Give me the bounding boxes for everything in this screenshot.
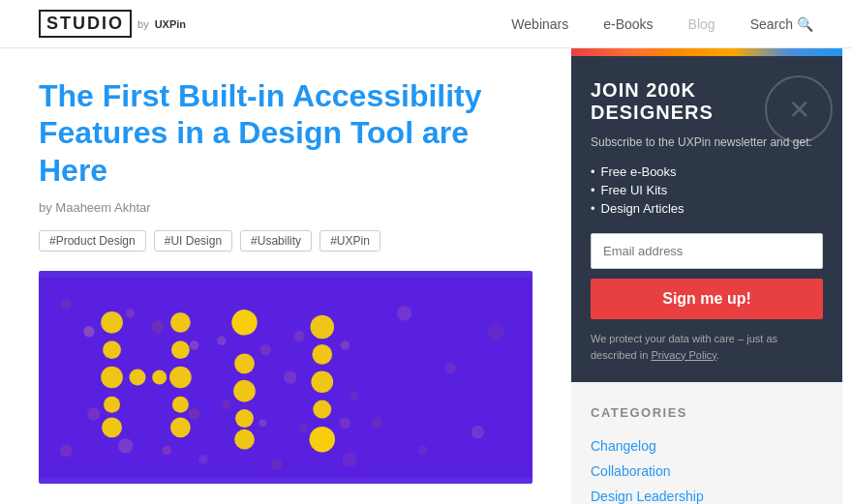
watermark-icon: ✕ (765, 75, 833, 143)
tag-usability[interactable]: #Usability (240, 230, 312, 252)
privacy-policy-link[interactable]: Privacy Policy (651, 349, 716, 361)
svg-point-14 (126, 309, 135, 317)
nav-webinars[interactable]: Webinars (511, 16, 568, 32)
svg-point-8 (170, 312, 191, 333)
logo-studio[interactable]: STUDIO (39, 10, 132, 38)
svg-point-9 (171, 341, 190, 359)
sidebar-stripe (571, 48, 842, 56)
svg-point-51 (343, 453, 357, 467)
benefit-ebooks: Free e-Books (591, 163, 823, 181)
svg-point-50 (271, 459, 282, 469)
svg-point-1 (101, 311, 123, 334)
svg-point-43 (444, 363, 455, 373)
svg-point-4 (104, 397, 120, 413)
sidebar: ✕ JOIN 200K DESIGNERS Subscribe to the U… (571, 48, 842, 504)
svg-point-27 (260, 344, 271, 355)
benefit-uikits: Free UI Kits (591, 181, 823, 199)
nav-ebooks[interactable]: e-Books (603, 16, 653, 32)
svg-point-47 (372, 418, 382, 429)
svg-point-44 (488, 323, 504, 340)
categories-title: CATEGORIES (591, 405, 823, 420)
svg-point-40 (350, 391, 358, 400)
svg-point-33 (313, 400, 331, 419)
svg-point-26 (217, 337, 226, 345)
svg-point-22 (234, 354, 255, 374)
svg-point-37 (299, 423, 308, 431)
article-author: by Maaheem Akhtar (39, 200, 532, 215)
svg-point-31 (312, 344, 332, 365)
svg-point-25 (234, 430, 255, 450)
svg-point-17 (87, 407, 100, 420)
svg-point-30 (311, 315, 335, 340)
svg-point-16 (190, 341, 198, 349)
svg-point-39 (284, 371, 296, 384)
search-icon: 🔍 (797, 16, 813, 32)
svg-point-5 (102, 418, 122, 438)
svg-point-46 (418, 446, 427, 455)
svg-point-7 (152, 371, 167, 385)
benefit-articles: Design Articles (591, 199, 823, 218)
article-image (39, 271, 532, 484)
svg-point-45 (472, 426, 484, 438)
svg-point-3 (101, 367, 123, 389)
nav-blog[interactable]: Blog (688, 16, 715, 32)
search-area[interactable]: Search 🔍 (750, 16, 813, 32)
svg-point-41 (61, 299, 72, 310)
svg-point-32 (311, 371, 333, 394)
category-collaboration[interactable]: Collaboration (591, 459, 823, 484)
tag-product-design[interactable]: #Product Design (39, 230, 146, 252)
search-label: Search (750, 16, 793, 32)
tags-container: #Product Design #UI Design #Usability #U… (39, 230, 532, 252)
svg-point-23 (233, 380, 256, 402)
svg-point-18 (189, 408, 199, 419)
svg-point-19 (118, 438, 133, 453)
svg-point-20 (163, 446, 171, 455)
svg-point-11 (172, 397, 189, 413)
privacy-note: We protect your data with care – just as… (591, 331, 823, 363)
category-design-leadership[interactable]: Design Leadership (591, 484, 823, 504)
categories-section: CATEGORIES Changelog Collaboration Desig… (571, 382, 842, 504)
category-changelog[interactable]: Changelog (591, 433, 823, 459)
svg-point-24 (235, 409, 254, 428)
svg-point-13 (83, 326, 94, 337)
svg-point-28 (222, 400, 230, 409)
header: STUDIO by UXPin Webinars e-Books Blog Se… (0, 0, 852, 48)
article-title: The First Built-in Accessibility Feature… (39, 77, 532, 189)
svg-point-6 (130, 370, 146, 386)
svg-point-29 (259, 420, 267, 428)
main-nav: Webinars e-Books Blog Search 🔍 (511, 16, 813, 32)
svg-point-10 (169, 367, 192, 389)
newsletter-box: ✕ JOIN 200K DESIGNERS Subscribe to the U… (571, 56, 842, 382)
main-content: The First Built-in Accessibility Feature… (0, 48, 571, 504)
svg-point-48 (60, 444, 73, 457)
tag-uxpin[interactable]: #UXPin (320, 230, 380, 252)
logo-by: by (137, 18, 149, 30)
email-input[interactable] (591, 233, 823, 269)
svg-point-49 (198, 455, 207, 463)
svg-point-38 (340, 418, 350, 429)
svg-point-36 (341, 341, 350, 349)
svg-point-34 (310, 427, 335, 452)
svg-point-35 (294, 331, 305, 341)
logo-area: STUDIO by UXPin (39, 10, 186, 38)
content-area: The First Built-in Accessibility Feature… (0, 48, 852, 504)
svg-point-21 (231, 310, 257, 335)
newsletter-benefits: Free e-Books Free UI Kits Design Article… (591, 163, 823, 218)
svg-point-12 (170, 418, 191, 438)
logo-uxpin: UXPin (155, 18, 186, 30)
svg-point-42 (397, 307, 411, 321)
signup-button[interactable]: Sign me up! (591, 279, 823, 319)
tag-ui-design[interactable]: #UI Design (154, 230, 232, 252)
svg-point-2 (103, 341, 121, 359)
svg-point-15 (151, 321, 164, 334)
